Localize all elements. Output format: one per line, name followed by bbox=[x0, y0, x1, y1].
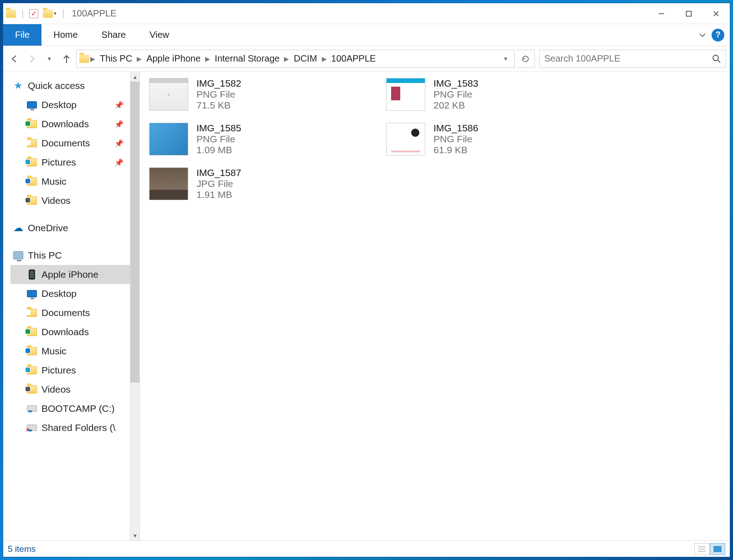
scroll-up-icon[interactable]: ▴ bbox=[130, 72, 139, 82]
file-tab[interactable]: File bbox=[3, 24, 41, 46]
file-thumbnail bbox=[149, 167, 188, 200]
back-button[interactable] bbox=[7, 51, 22, 67]
sidebar-item-label: Documents bbox=[41, 307, 90, 318]
breadcrumb-internal-storage[interactable]: Internal Storage bbox=[211, 50, 283, 67]
sidebar-item-label: This PC bbox=[28, 250, 62, 261]
search-box[interactable] bbox=[539, 50, 726, 68]
sidebar-onedrive[interactable]: ☁ OneDrive bbox=[10, 218, 130, 238]
refresh-button[interactable] bbox=[516, 50, 535, 68]
sidebar-item-label: Pictures bbox=[41, 157, 76, 168]
search-input[interactable] bbox=[544, 53, 712, 64]
title-bar: | ▾ | 100APPLE bbox=[3, 3, 730, 24]
sidebar-item-shared-folders[interactable]: Shared Folders (\ bbox=[10, 418, 130, 437]
chevron-right-icon[interactable]: ▶ bbox=[283, 55, 290, 62]
help-button[interactable]: ? bbox=[712, 29, 724, 41]
folder-icon bbox=[27, 138, 37, 148]
file-item[interactable]: IMG_1586 PNG File 61.9 KB bbox=[386, 123, 605, 156]
qat-dropdown-icon[interactable]: ▾ bbox=[54, 10, 57, 16]
sidebar-item-desktop-pc[interactable]: Desktop bbox=[10, 284, 130, 303]
file-type: PNG File bbox=[434, 134, 478, 145]
status-bar: 5 items bbox=[3, 540, 730, 557]
breadcrumb-100apple[interactable]: 100APPLE bbox=[328, 50, 380, 67]
file-item[interactable]: IMG_1583 PNG File 202 KB bbox=[386, 78, 605, 111]
svg-point-5 bbox=[713, 55, 718, 61]
sidebar-quick-access[interactable]: ★ Quick access bbox=[10, 76, 130, 95]
nav-scrollbar[interactable]: ▴ ▾ bbox=[130, 72, 140, 540]
forward-button[interactable] bbox=[24, 51, 40, 67]
folder-icon bbox=[27, 384, 37, 394]
maximize-button[interactable] bbox=[675, 3, 702, 24]
sidebar-item-label: Downloads bbox=[41, 119, 89, 130]
view-large-icons-button[interactable] bbox=[710, 543, 725, 555]
cloud-icon: ☁ bbox=[13, 223, 23, 233]
folder-icon bbox=[27, 308, 37, 318]
file-name: IMG_1587 bbox=[196, 167, 241, 178]
ribbon-tabs: File Home Share View ? bbox=[3, 24, 730, 46]
ribbon-expand-button[interactable] bbox=[693, 24, 712, 46]
sidebar-item-pictures-pc[interactable]: Pictures bbox=[10, 361, 130, 380]
chevron-right-icon[interactable]: ▶ bbox=[89, 55, 96, 62]
sidebar-item-videos-pc[interactable]: Videos bbox=[10, 380, 130, 399]
sidebar-item-documents[interactable]: Documents 📌 bbox=[10, 134, 130, 153]
recent-locations-button[interactable]: ▾ bbox=[41, 51, 57, 67]
chevron-right-icon[interactable]: ▶ bbox=[321, 55, 328, 62]
file-thumbnail bbox=[149, 78, 188, 111]
file-item[interactable]: IMG_1585 PNG File 1.09 MB bbox=[149, 123, 368, 156]
pin-icon: 📌 bbox=[114, 158, 124, 167]
tab-home[interactable]: Home bbox=[41, 24, 89, 46]
sidebar-item-pictures[interactable]: Pictures 📌 bbox=[10, 153, 130, 172]
file-type: PNG File bbox=[196, 134, 241, 145]
sidebar-item-label: Music bbox=[41, 346, 67, 357]
address-dropdown-button[interactable]: ▾ bbox=[500, 51, 511, 67]
file-list[interactable]: IMG_1582 PNG File 71.5 KB IMG_1583 PNG F… bbox=[140, 72, 730, 540]
sidebar-item-documents-pc[interactable]: Documents bbox=[10, 303, 130, 322]
folder-icon bbox=[79, 54, 89, 64]
scroll-thumb[interactable] bbox=[130, 82, 139, 383]
breadcrumb-this-pc[interactable]: This PC bbox=[96, 50, 136, 67]
sidebar-item-desktop[interactable]: Desktop 📌 bbox=[10, 95, 130, 114]
chevron-right-icon[interactable]: ▶ bbox=[136, 55, 143, 62]
file-item[interactable]: IMG_1582 PNG File 71.5 KB bbox=[149, 78, 368, 111]
sidebar-item-label: Videos bbox=[41, 195, 71, 206]
pin-icon: 📌 bbox=[114, 120, 124, 129]
file-thumbnail bbox=[149, 123, 188, 156]
sidebar-item-bootcamp[interactable]: BOOTCAMP (C:) bbox=[10, 399, 130, 418]
file-name: IMG_1582 bbox=[196, 78, 241, 89]
window-title: 100APPLE bbox=[68, 8, 116, 19]
chevron-right-icon[interactable]: ▶ bbox=[204, 55, 211, 62]
up-button[interactable] bbox=[59, 51, 74, 67]
breadcrumb-apple-iphone[interactable]: Apple iPhone bbox=[143, 50, 204, 67]
iphone-icon bbox=[27, 270, 37, 280]
minimize-button[interactable] bbox=[648, 3, 675, 24]
sidebar-item-apple-iphone[interactable]: Apple iPhone bbox=[10, 265, 130, 284]
folder-icon bbox=[27, 346, 37, 356]
sidebar-item-downloads[interactable]: Downloads 📌 bbox=[10, 114, 130, 134]
sidebar-item-label: Videos bbox=[41, 384, 71, 395]
sidebar-item-music[interactable]: Music bbox=[10, 172, 130, 191]
file-type: JPG File bbox=[196, 178, 241, 189]
qat-new-folder[interactable]: ▾ bbox=[43, 10, 57, 18]
breadcrumb-dcim[interactable]: DCIM bbox=[290, 50, 320, 67]
sidebar-item-videos[interactable]: Videos bbox=[10, 191, 130, 210]
status-item-count: 5 items bbox=[8, 544, 36, 554]
file-item[interactable]: IMG_1587 JPG File 1.91 MB bbox=[149, 167, 368, 200]
scroll-down-icon[interactable]: ▾ bbox=[130, 530, 139, 540]
app-icon bbox=[6, 10, 16, 18]
file-size: 71.5 KB bbox=[196, 100, 241, 111]
separator: | bbox=[62, 8, 64, 19]
sidebar-item-downloads-pc[interactable]: Downloads bbox=[10, 322, 130, 342]
sidebar-this-pc[interactable]: This PC bbox=[10, 246, 130, 265]
view-details-button[interactable] bbox=[694, 543, 710, 555]
separator: | bbox=[21, 8, 24, 19]
search-icon[interactable] bbox=[712, 54, 721, 63]
drive-icon bbox=[27, 404, 37, 414]
folder-icon bbox=[27, 157, 37, 167]
address-bar[interactable]: ▶ This PC ▶ Apple iPhone ▶ Internal Stor… bbox=[76, 50, 515, 68]
folder-icon bbox=[27, 119, 37, 129]
sidebar-item-music-pc[interactable]: Music bbox=[10, 342, 130, 361]
tab-view[interactable]: View bbox=[138, 24, 181, 46]
tab-share[interactable]: Share bbox=[90, 24, 138, 46]
pin-icon: 📌 bbox=[114, 101, 124, 109]
close-button[interactable] bbox=[702, 3, 730, 24]
qat-properties-icon[interactable] bbox=[29, 9, 38, 18]
